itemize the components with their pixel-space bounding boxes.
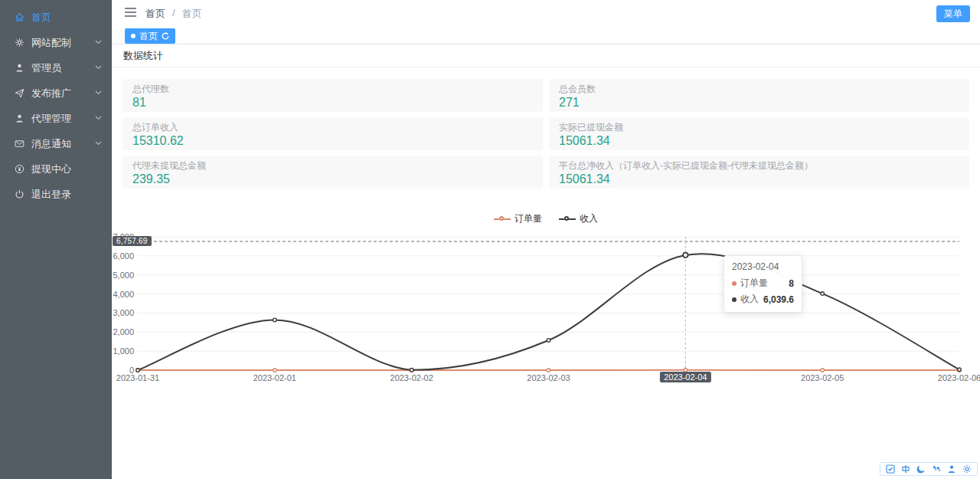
sidebar-item-label: 消息通知 xyxy=(31,137,71,151)
send-icon xyxy=(15,88,24,98)
sidebar-item-label: 网站配制 xyxy=(31,36,71,50)
stat-value: 15061.34 xyxy=(559,172,959,186)
stat-value: 15061.34 xyxy=(559,134,959,148)
sidebar-item-agents[interactable]: 代理管理 xyxy=(0,106,112,131)
sidebar-item-label: 首页 xyxy=(31,11,51,25)
y-tick-label: 3,000 xyxy=(112,308,134,317)
hamburger-icon[interactable] xyxy=(125,8,136,17)
y-tick-label: 1,000 xyxy=(112,346,134,356)
breadcrumb-home[interactable]: 首页 xyxy=(145,7,165,21)
stat-label: 总会员数 xyxy=(559,84,959,95)
sidebar-item-home[interactable]: 首页 xyxy=(0,5,112,30)
language-icon[interactable] xyxy=(901,464,910,474)
sidebar-item-admins[interactable]: 管理员 xyxy=(0,55,112,80)
stat-value: 81 xyxy=(132,96,533,110)
breadcrumb-current: 首页 xyxy=(182,7,202,21)
stat-card-total-order-income: 总订单收入 15310.62 xyxy=(122,117,543,150)
legend-label: 收入 xyxy=(580,212,598,225)
x-tick-label: 2023-02-06 xyxy=(938,373,980,382)
legend-item-orders[interactable]: 订单量 xyxy=(494,212,542,225)
stat-cards: 总代理数 81 总会员数 271 总订单收入 15310.62 实际已提现金额 … xyxy=(122,79,969,189)
check-square-icon[interactable] xyxy=(886,464,895,474)
moon-icon[interactable] xyxy=(916,464,926,474)
sidebar-item-notifications[interactable]: 消息通知 xyxy=(0,131,112,156)
tooltip-series-name: 收入 xyxy=(740,293,759,306)
floating-toolbar xyxy=(880,462,978,476)
x-tick-label-highlighted: 2023-02-04 xyxy=(660,372,710,382)
mail-icon xyxy=(15,139,24,149)
user-icon xyxy=(15,63,24,73)
power-icon xyxy=(15,189,24,199)
y-tick-label: 2,000 xyxy=(112,327,134,336)
stat-label: 平台总净收入（订单收入-实际已提现金额-代理未提现总金额） xyxy=(559,160,959,172)
gear-icon[interactable] xyxy=(962,464,972,474)
markline-value-badge: 6,757.69 xyxy=(113,236,152,246)
sidebar-item-label: 发布推广 xyxy=(31,87,71,100)
orders-series-dot-icon xyxy=(732,281,737,286)
stat-label: 代理未提现总金额 xyxy=(132,160,533,172)
active-tab-dot-icon xyxy=(131,34,136,38)
legend-label: 订单量 xyxy=(514,212,542,225)
tooltip-row-orders: 订单量 8 xyxy=(732,277,794,290)
sidebar: 首页 网站配制 管理员 发布推广 代理管理 xyxy=(0,0,112,479)
section-title: 数据统计 xyxy=(112,44,980,67)
chevron-down-icon xyxy=(95,65,102,70)
chart-tooltip: 2023-02-04 订单量 8 收入 6,039.6 xyxy=(724,255,802,313)
tooltip-title: 2023-02-04 xyxy=(732,261,794,272)
x-tick-label: 2023-02-02 xyxy=(390,373,433,382)
gear-icon xyxy=(15,38,24,48)
tooltip-row-revenue: 收入 6,039.6 xyxy=(732,293,794,306)
line-chart: 订单量 收入 01,0002,0003,0004,0005,0006,0007,… xyxy=(112,207,980,391)
x-tick-label: 2023-02-05 xyxy=(801,373,844,382)
y-tick-label: 5,000 xyxy=(112,271,134,280)
stat-label: 总订单收入 xyxy=(132,122,533,133)
user-icon xyxy=(15,113,24,123)
menu-button[interactable]: 菜单 xyxy=(936,5,970,22)
chevron-down-icon xyxy=(95,116,102,120)
y-tick-label: 6,000 xyxy=(112,251,134,261)
tooltip-series-value: 6,039.6 xyxy=(763,294,794,305)
stat-card-total-members: 总会员数 271 xyxy=(549,79,969,112)
stat-value: 239.35 xyxy=(132,172,533,186)
chart-legend: 订单量 收入 xyxy=(112,212,980,225)
sidebar-item-label: 管理员 xyxy=(31,61,61,75)
sidebar-item-label: 提现中心 xyxy=(31,162,71,176)
coin-icon xyxy=(15,164,24,174)
chevron-down-icon xyxy=(95,40,102,44)
user-icon[interactable] xyxy=(947,464,956,474)
stat-card-total-agents: 总代理数 81 xyxy=(122,79,543,112)
sidebar-item-label: 退出登录 xyxy=(31,188,71,202)
revenue-series-dot-icon xyxy=(732,297,737,302)
tab-home[interactable]: 首页 xyxy=(125,28,175,44)
stat-value: 15310.62 xyxy=(132,134,533,148)
sidebar-item-site-config[interactable]: 网站配制 xyxy=(0,30,112,55)
stat-card-unwithdrawn-amount: 代理未提现总金额 239.35 xyxy=(122,156,543,189)
tabbar: 首页 xyxy=(112,25,980,44)
tooltip-series-value: 8 xyxy=(789,278,794,289)
sidebar-item-publish[interactable]: 发布推广 xyxy=(0,80,112,106)
plot-area[interactable] xyxy=(138,237,959,370)
stat-label: 实际已提现金额 xyxy=(559,122,959,133)
y-tick-label: 4,000 xyxy=(112,290,134,299)
breadcrumb: 首页 / 首页 xyxy=(145,7,202,21)
sidebar-item-withdraw-center[interactable]: 提现中心 xyxy=(0,156,112,182)
stat-card-net-income: 平台总净收入（订单收入-实际已提现金额-代理未提现总金额） 15061.34 xyxy=(549,156,969,189)
main-content: 首页 / 首页 菜单 首页 数据统计 总代理数 81 总会员数 xyxy=(112,0,980,479)
line-marker-icon xyxy=(494,216,511,222)
stat-card-withdrawn-amount: 实际已提现金额 15061.34 xyxy=(549,117,969,150)
chevron-down-icon xyxy=(95,141,102,146)
x-tick-label: 2023-01-31 xyxy=(116,373,159,382)
x-tick-label: 2023-02-01 xyxy=(253,373,296,382)
page: 首页 网站配制 管理员 发布推广 代理管理 xyxy=(0,0,980,479)
keys-icon[interactable] xyxy=(932,464,941,474)
stat-label: 总代理数 xyxy=(132,84,533,95)
legend-item-revenue[interactable]: 收入 xyxy=(559,212,598,225)
sidebar-item-logout[interactable]: 退出登录 xyxy=(0,182,112,207)
tab-label: 首页 xyxy=(139,30,158,43)
stat-value: 271 xyxy=(559,96,959,110)
x-tick-label: 2023-02-03 xyxy=(527,373,570,382)
tooltip-series-name: 订单量 xyxy=(740,277,768,290)
refresh-icon[interactable] xyxy=(162,32,169,40)
line-marker-icon xyxy=(559,216,576,222)
chevron-down-icon xyxy=(95,90,102,95)
